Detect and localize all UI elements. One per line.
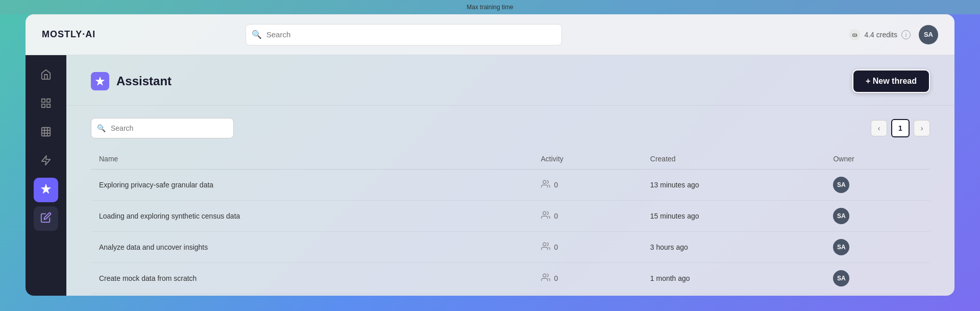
cell-owner: SA	[825, 170, 930, 201]
pagination: ‹ 1 ›	[871, 119, 930, 137]
table-search-icon: 🔍	[97, 124, 106, 132]
logo: MOSTLY·AI	[42, 29, 95, 40]
svg-rect-1	[47, 99, 50, 102]
edit-icon	[40, 212, 52, 226]
user-avatar[interactable]: SA	[919, 25, 938, 44]
svg-rect-0	[42, 99, 45, 102]
datasets-icon	[40, 126, 52, 140]
table-section: 🔍 ‹ 1 › Name Activity C	[66, 106, 954, 296]
table-row[interactable]: Create mock data from scratch 0 1 month …	[91, 263, 930, 294]
credits-icon: 🎟	[849, 29, 860, 40]
page-title-group: Assistant	[91, 72, 172, 90]
column-header-name: Name	[91, 149, 533, 170]
svg-marker-9	[42, 155, 51, 164]
activity-count: 0	[554, 274, 558, 282]
cell-name: Create mock data from scratch	[91, 263, 533, 294]
cell-created: 13 minutes ago	[642, 170, 825, 201]
cell-activity: 0	[533, 263, 642, 294]
new-thread-button[interactable]: + New thread	[852, 69, 930, 93]
cell-created: 1 month ago	[642, 263, 825, 294]
cell-owner: SA	[825, 201, 930, 232]
sidebar-item-models[interactable]	[34, 92, 58, 116]
pagination-prev-button[interactable]: ‹	[871, 120, 887, 136]
cell-name: Exploring privacy-safe granular data	[91, 170, 533, 201]
owner-avatar: SA	[833, 270, 849, 286]
activity-icon	[541, 273, 550, 284]
activity-icon	[541, 242, 550, 253]
svg-point-10	[543, 180, 546, 183]
sidebar-item-connectors[interactable]	[34, 149, 58, 174]
page-title: Assistant	[116, 74, 172, 88]
sidebar-item-datasets[interactable]	[34, 121, 58, 145]
sidebar-item-edit[interactable]	[34, 206, 58, 231]
svg-rect-2	[47, 104, 50, 107]
page-header: Assistant + New thread	[66, 55, 954, 106]
owner-avatar: SA	[833, 239, 849, 255]
assistant-icon	[40, 183, 52, 197]
table-search: 🔍	[91, 118, 234, 138]
activity-count: 0	[554, 181, 558, 189]
column-header-activity: Activity	[533, 149, 642, 170]
svg-point-13	[543, 274, 546, 277]
table-row[interactable]: Analyze data and uncover insights 0 3 ho…	[91, 232, 930, 263]
table-header: Name Activity Created Owner	[91, 149, 930, 170]
connectors-icon	[40, 155, 52, 169]
pagination-next-button[interactable]: ›	[914, 120, 930, 136]
sidebar	[26, 55, 66, 296]
global-search-input[interactable]	[246, 24, 562, 45]
models-icon	[40, 98, 52, 111]
threads-table: Name Activity Created Owner Exploring pr…	[91, 149, 930, 294]
table-row[interactable]: Exploring privacy-safe granular data 0 1…	[91, 170, 930, 201]
cell-name: Analyze data and uncover insights	[91, 232, 533, 263]
sidebar-item-assistant[interactable]	[34, 178, 58, 202]
main-container: MOSTLY·AI 🔍 🎟 4.4 credits i SA	[26, 14, 954, 296]
table-search-input[interactable]	[91, 118, 234, 138]
table-body: Exploring privacy-safe granular data 0 1…	[91, 170, 930, 294]
home-icon	[40, 69, 52, 83]
cell-created: 3 hours ago	[642, 232, 825, 263]
credits-label: 4.4 credits	[864, 31, 897, 39]
table-header-row: Name Activity Created Owner	[91, 149, 930, 170]
cell-created: 15 minutes ago	[642, 201, 825, 232]
owner-avatar: SA	[833, 208, 849, 224]
top-bar-label: Max training time	[467, 4, 513, 11]
pagination-current-page[interactable]: 1	[891, 119, 910, 137]
activity-count: 0	[554, 212, 558, 220]
activity-icon	[541, 179, 550, 190]
body-container: Assistant + New thread 🔍 ‹ 1	[26, 55, 954, 296]
column-header-owner: Owner	[825, 149, 930, 170]
header: MOSTLY·AI 🔍 🎟 4.4 credits i SA	[26, 14, 954, 55]
top-bar: Max training time	[0, 0, 980, 14]
owner-avatar: SA	[833, 177, 849, 193]
page-icon	[91, 72, 109, 90]
svg-point-12	[543, 243, 546, 246]
column-header-created: Created	[642, 149, 825, 170]
header-right: 🎟 4.4 credits i SA	[849, 25, 938, 44]
svg-point-11	[543, 211, 546, 214]
content-area: Assistant + New thread 🔍 ‹ 1	[66, 55, 954, 296]
svg-rect-3	[42, 104, 45, 107]
credits-badge: 🎟 4.4 credits i	[849, 29, 911, 40]
search-icon: 🔍	[252, 30, 262, 39]
svg-rect-4	[42, 127, 51, 136]
global-search-bar: 🔍	[246, 24, 562, 45]
cell-activity: 0	[533, 201, 642, 232]
activity-count: 0	[554, 243, 558, 251]
cell-activity: 0	[533, 170, 642, 201]
cell-owner: SA	[825, 232, 930, 263]
info-icon[interactable]: i	[901, 30, 911, 39]
table-row[interactable]: Loading and exploring synthetic census d…	[91, 201, 930, 232]
sidebar-item-home[interactable]	[34, 63, 58, 88]
table-controls: 🔍 ‹ 1 ›	[91, 118, 930, 138]
activity-icon	[541, 210, 550, 222]
new-thread-label: + New thread	[866, 77, 917, 86]
cell-name: Loading and exploring synthetic census d…	[91, 201, 533, 232]
cell-activity: 0	[533, 232, 642, 263]
cell-owner: SA	[825, 263, 930, 294]
